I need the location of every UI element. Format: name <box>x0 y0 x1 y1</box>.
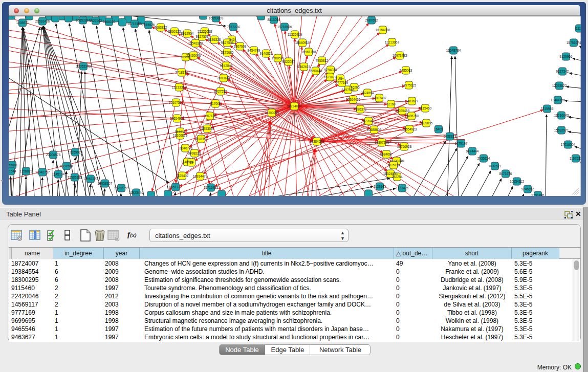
svg-text:10046796: 10046796 <box>178 146 193 150</box>
svg-text:11923446: 11923446 <box>129 191 143 194</box>
svg-text:2087682: 2087682 <box>365 18 378 22</box>
svg-text:19654923: 19654923 <box>170 117 185 120</box>
svg-text:16961758: 16961758 <box>301 50 316 54</box>
svg-text:19166829: 19166829 <box>173 134 188 137</box>
svg-text:16154838: 16154838 <box>376 28 390 32</box>
svg-text:11325419: 11325419 <box>288 33 302 36</box>
svg-text:9498222: 9498222 <box>188 151 201 155</box>
svg-text:15751074: 15751074 <box>567 41 581 45</box>
svg-text:1167533: 1167533 <box>570 157 581 160</box>
svg-text:12444155: 12444155 <box>551 98 565 102</box>
svg-text:9115460: 9115460 <box>419 106 432 110</box>
svg-text:62160: 62160 <box>386 102 396 106</box>
svg-text:9327503: 9327503 <box>196 35 209 38</box>
svg-text:1405571: 1405571 <box>16 21 29 25</box>
svg-text:10688609: 10688609 <box>367 128 382 132</box>
svg-text:2803144: 2803144 <box>217 76 230 80</box>
svg-text:19654923: 19654923 <box>402 127 417 131</box>
svg-text:1112: 1112 <box>576 27 580 30</box>
svg-text:8990448: 8990448 <box>310 69 322 73</box>
svg-text:16210643: 16210643 <box>554 114 569 117</box>
svg-text:10756928: 10756928 <box>397 145 412 148</box>
svg-text:9084067: 9084067 <box>380 152 393 156</box>
svg-text:10719155: 10719155 <box>127 22 142 26</box>
svg-text:9657771: 9657771 <box>169 185 182 189</box>
svg-text:1615112: 1615112 <box>387 163 400 167</box>
svg-text:15692971: 15692971 <box>554 128 569 132</box>
svg-text:9822037: 9822037 <box>282 60 295 63</box>
svg-text:10120746: 10120746 <box>389 159 404 163</box>
svg-text:10654112: 10654112 <box>510 180 524 183</box>
svg-text:6497568: 6497568 <box>342 88 355 92</box>
svg-text:12505135: 12505135 <box>68 176 82 179</box>
svg-text:17957223: 17957223 <box>83 177 98 181</box>
svg-text:18807249: 18807249 <box>375 141 389 144</box>
svg-text:89: 89 <box>189 161 193 164</box>
svg-text:1156829: 1156829 <box>20 169 33 173</box>
svg-text:10807487: 10807487 <box>372 96 387 100</box>
svg-text:2935114: 2935114 <box>477 157 490 160</box>
svg-text:9777169: 9777169 <box>336 81 349 84</box>
svg-text:7357224: 7357224 <box>227 25 240 29</box>
svg-text:16405: 16405 <box>434 127 443 131</box>
svg-text:7485063: 7485063 <box>400 69 412 72</box>
svg-text:2718176: 2718176 <box>176 71 188 74</box>
svg-text:455081: 455081 <box>9 163 18 167</box>
svg-text:1139141: 1139141 <box>374 185 386 188</box>
svg-text:16782759: 16782759 <box>114 186 129 190</box>
svg-text:16648784: 16648784 <box>446 49 461 52</box>
svg-text:9146821: 9146821 <box>260 52 273 55</box>
svg-text:10958107: 10958107 <box>98 182 113 185</box>
svg-text:252254: 252254 <box>391 175 403 179</box>
svg-text:8912954: 8912954 <box>181 32 194 35</box>
svg-text:9474444: 9474444 <box>466 149 479 153</box>
svg-text:16914479: 16914479 <box>193 174 208 178</box>
svg-text:12942757: 12942757 <box>35 170 50 174</box>
svg-text:9227342: 9227342 <box>556 70 569 73</box>
svg-text:7515526: 7515526 <box>142 23 155 27</box>
svg-text:9129966: 9129966 <box>560 55 573 58</box>
svg-text:9794028: 9794028 <box>324 68 337 72</box>
svg-text:11353594: 11353594 <box>200 127 214 130</box>
svg-text:12213967: 12213967 <box>385 40 400 44</box>
svg-text:19218506: 19218506 <box>277 25 292 29</box>
svg-text:1527602: 1527602 <box>90 19 102 23</box>
svg-text:8813054: 8813054 <box>268 18 280 21</box>
svg-text:9397588: 9397588 <box>60 164 73 168</box>
svg-text:15720407: 15720407 <box>361 119 376 123</box>
svg-text:17975115: 17975115 <box>402 83 416 87</box>
svg-text:8186328: 8186328 <box>208 38 221 41</box>
svg-text:944611: 944611 <box>175 130 186 134</box>
svg-text:10107552: 10107552 <box>169 101 184 104</box>
svg-text:20053340: 20053340 <box>76 64 91 68</box>
svg-text:7886372: 7886372 <box>354 107 367 111</box>
svg-text:17016504: 17016504 <box>561 143 576 146</box>
svg-text:12213369: 12213369 <box>172 85 187 89</box>
svg-text:7625402: 7625402 <box>176 174 189 178</box>
svg-text:18640910: 18640910 <box>295 41 310 45</box>
svg-text:6466160: 6466160 <box>103 20 116 24</box>
svg-text:20206576: 20206576 <box>46 153 61 157</box>
svg-text:13495750: 13495750 <box>404 114 419 118</box>
svg-text:18300295: 18300295 <box>265 111 279 115</box>
svg-text:7663822: 7663822 <box>155 26 167 29</box>
svg-text:9245652: 9245652 <box>521 187 534 191</box>
svg-text:1733426: 1733426 <box>396 186 409 190</box>
svg-text:20364436: 20364436 <box>346 98 361 101</box>
svg-text:8878352: 8878352 <box>195 137 208 141</box>
svg-text:3824554: 3824554 <box>361 91 374 95</box>
svg-text:3215955: 3215955 <box>541 107 554 111</box>
svg-text:9463627: 9463627 <box>406 99 419 103</box>
svg-text:989012: 989012 <box>180 55 191 59</box>
svg-text:9327508: 9327508 <box>221 41 234 45</box>
svg-text:16543382: 16543382 <box>188 41 203 45</box>
svg-text:18724007: 18724007 <box>287 104 302 108</box>
svg-text:16053809: 16053809 <box>209 16 224 20</box>
svg-text:3267130: 3267130 <box>204 114 216 118</box>
svg-text:1588520: 1588520 <box>272 56 285 60</box>
svg-text:20691406: 20691406 <box>35 19 50 23</box>
svg-text:6479197: 6479197 <box>455 142 468 145</box>
svg-text:12093822: 12093822 <box>552 84 567 87</box>
svg-text:8427552: 8427552 <box>214 90 227 93</box>
svg-text:8860123: 8860123 <box>168 30 181 33</box>
